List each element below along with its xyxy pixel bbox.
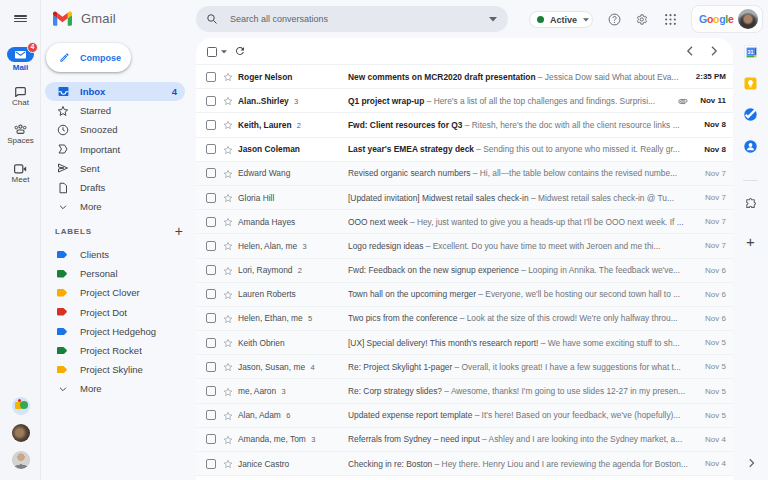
- svg-text:31: 31: [748, 49, 754, 55]
